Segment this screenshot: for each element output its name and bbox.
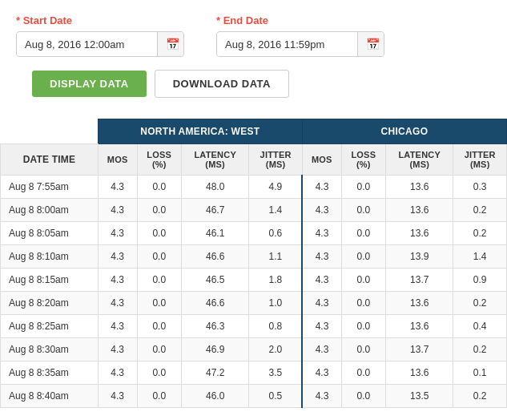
cell-datetime: Aug 8 8:10am: [1, 245, 99, 269]
cell-ch-mos: 4.3: [302, 338, 341, 361]
cell-ch-loss: 0.0: [341, 269, 385, 292]
cell-na-latency: 46.7: [181, 199, 248, 222]
cell-na-mos: 4.3: [98, 199, 137, 222]
cell-ch-jitter: 0.4: [453, 315, 507, 338]
end-date-field: * End Date 📅: [216, 14, 384, 57]
cell-na-loss: 0.0: [137, 245, 181, 269]
cell-ch-jitter: 0.9: [453, 269, 507, 292]
start-date-field: * Start Date 📅: [16, 14, 184, 57]
col-header-ch-jitter: JITTER(MS): [453, 144, 507, 176]
table-row: Aug 8 8:10am 4.3 0.0 46.6 1.1 4.3 0.0 13…: [1, 245, 507, 269]
start-date-input[interactable]: [17, 33, 157, 56]
start-date-label: * Start Date: [16, 14, 184, 26]
cell-ch-mos: 4.3: [302, 385, 341, 408]
cell-na-loss: 0.0: [137, 292, 181, 315]
display-data-button[interactable]: DISPLAY DATA: [32, 71, 147, 97]
cell-na-jitter: 0.5: [249, 385, 303, 408]
cell-ch-loss: 0.0: [341, 292, 385, 315]
region-header-row: NORTH AMERICA: WEST CHICAGO: [1, 119, 507, 144]
col-header-ch-latency: LATENCY(MS): [386, 144, 453, 176]
cell-na-jitter: 1.4: [249, 199, 303, 222]
cell-ch-jitter: 0.2: [453, 385, 507, 408]
cell-ch-jitter: 0.1: [453, 361, 507, 385]
cell-ch-jitter: 0.3: [453, 176, 507, 199]
cell-ch-jitter: 0.2: [453, 222, 507, 245]
cell-ch-loss: 0.0: [341, 245, 385, 269]
col-header-ch-loss: LOSS(%): [341, 144, 385, 176]
download-data-button[interactable]: DOWNLOAD DATA: [155, 70, 289, 98]
chicago-header: CHICAGO: [302, 119, 506, 144]
table-row: Aug 8 8:30am 4.3 0.0 46.9 2.0 4.3 0.0 13…: [1, 338, 507, 361]
cell-datetime: Aug 8 7:55am: [1, 176, 99, 199]
required-marker-end: *: [216, 14, 220, 26]
cell-na-mos: 4.3: [98, 315, 137, 338]
cell-ch-latency: 13.9: [386, 245, 453, 269]
cell-na-jitter: 0.6: [249, 222, 303, 245]
cell-na-mos: 4.3: [98, 292, 137, 315]
cell-ch-jitter: 1.4: [453, 245, 507, 269]
cell-datetime: Aug 8 8:15am: [1, 269, 99, 292]
cell-datetime: Aug 8 8:20am: [1, 292, 99, 315]
cell-na-mos: 4.3: [98, 385, 137, 408]
cell-na-latency: 48.0: [181, 176, 248, 199]
col-header-na-jitter: JITTER(MS): [249, 144, 303, 176]
cell-na-mos: 4.3: [98, 269, 137, 292]
cell-na-mos: 4.3: [98, 361, 137, 385]
cell-ch-latency: 13.7: [386, 338, 453, 361]
end-date-label: * End Date: [216, 14, 384, 26]
cell-ch-loss: 0.0: [341, 222, 385, 245]
cell-ch-loss: 0.0: [341, 199, 385, 222]
cell-na-latency: 46.1: [181, 222, 248, 245]
cell-ch-jitter: 0.2: [453, 338, 507, 361]
cell-ch-mos: 4.3: [302, 315, 341, 338]
table-row: Aug 8 8:25am 4.3 0.0 46.3 0.8 4.3 0.0 13…: [1, 315, 507, 338]
cell-na-latency: 46.5: [181, 269, 248, 292]
cell-na-jitter: 0.8: [249, 315, 303, 338]
end-date-input[interactable]: [217, 33, 357, 56]
start-date-calendar-button[interactable]: 📅: [157, 32, 184, 56]
cell-na-jitter: 1.1: [249, 245, 303, 269]
cell-ch-latency: 13.6: [386, 222, 453, 245]
cell-na-loss: 0.0: [137, 269, 181, 292]
cell-ch-latency: 13.6: [386, 199, 453, 222]
cell-na-jitter: 2.0: [249, 338, 303, 361]
cell-ch-loss: 0.0: [341, 385, 385, 408]
cell-ch-mos: 4.3: [302, 292, 341, 315]
cell-ch-mos: 4.3: [302, 222, 341, 245]
end-date-input-wrapper: 📅: [216, 31, 384, 57]
north-america-west-header: NORTH AMERICA: WEST: [98, 119, 302, 144]
col-header-datetime: DATE TIME: [1, 144, 99, 176]
cell-na-jitter: 4.9: [249, 176, 303, 199]
cell-na-latency: 47.2: [181, 361, 248, 385]
cell-na-loss: 0.0: [137, 315, 181, 338]
cell-na-latency: 46.0: [181, 385, 248, 408]
cell-ch-jitter: 0.2: [453, 292, 507, 315]
required-marker: *: [16, 14, 20, 26]
table-row: Aug 8 8:20am 4.3 0.0 46.6 1.0 4.3 0.0 13…: [1, 292, 507, 315]
cell-na-jitter: 1.0: [249, 292, 303, 315]
table-row: Aug 8 8:40am 4.3 0.0 46.0 0.5 4.3 0.0 13…: [1, 385, 507, 408]
start-date-input-wrapper: 📅: [16, 31, 184, 57]
cell-na-mos: 4.3: [98, 176, 137, 199]
cell-ch-loss: 0.0: [341, 176, 385, 199]
cell-na-latency: 46.3: [181, 315, 248, 338]
cell-ch-loss: 0.0: [341, 338, 385, 361]
cell-na-loss: 0.0: [137, 199, 181, 222]
cell-na-mos: 4.3: [98, 222, 137, 245]
cell-datetime: Aug 8 8:30am: [1, 338, 99, 361]
column-header-row: DATE TIME MOS LOSS(%) LATENCY(MS) JITTER…: [1, 144, 507, 176]
cell-na-jitter: 3.5: [249, 361, 303, 385]
cell-ch-loss: 0.0: [341, 315, 385, 338]
cell-na-mos: 4.3: [98, 245, 137, 269]
cell-datetime: Aug 8 8:00am: [1, 199, 99, 222]
action-buttons: DISPLAY DATA DOWNLOAD DATA: [16, 70, 491, 98]
cell-datetime: Aug 8 8:25am: [1, 315, 99, 338]
col-header-na-latency: LATENCY(MS): [181, 144, 248, 176]
cell-na-latency: 46.9: [181, 338, 248, 361]
empty-header: [1, 119, 99, 144]
cell-datetime: Aug 8 8:05am: [1, 222, 99, 245]
cell-ch-mos: 4.3: [302, 245, 341, 269]
cell-ch-mos: 4.3: [302, 269, 341, 292]
col-header-na-mos: MOS: [98, 144, 137, 176]
end-date-calendar-button[interactable]: 📅: [357, 32, 384, 56]
